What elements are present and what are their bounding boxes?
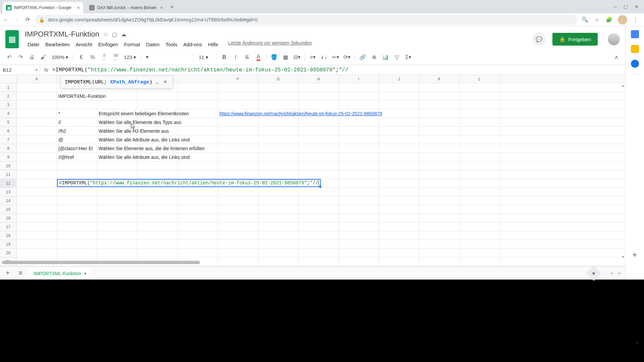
cell-D18[interactable]	[138, 231, 178, 240]
cell-F7[interactable]	[218, 135, 258, 144]
filter-button[interactable]: ▽	[392, 52, 402, 62]
cell-G1[interactable]	[258, 83, 299, 92]
add-sheet-button[interactable]: +	[3, 268, 13, 278]
redo-icon[interactable]: ↷	[15, 52, 25, 62]
row-header-4[interactable]: 4	[0, 109, 17, 118]
cell-H21[interactable]	[299, 257, 339, 266]
fill-color-button[interactable]: 🪣	[269, 52, 279, 62]
cell-G14[interactable]	[258, 196, 299, 205]
cell-J9[interactable]	[379, 153, 419, 161]
cell-A13[interactable]	[17, 188, 57, 196]
cell-K3[interactable]	[419, 101, 460, 109]
cell-H13[interactable]	[299, 188, 339, 196]
cell-K2[interactable]	[419, 92, 460, 100]
menu-format[interactable]: Format	[121, 40, 143, 49]
cell-L20[interactable]	[460, 249, 500, 257]
close-window-icon[interactable]: ✕	[635, 4, 639, 9]
sheet-tab-active[interactable]: IMPORTXML-Funktion ▾	[28, 267, 92, 279]
row-header-15[interactable]: 15	[0, 205, 17, 214]
cell-editor[interactable]: =IMPORTXML("https://www.finanzen.net/nac…	[57, 179, 321, 187]
cell-A20[interactable]	[17, 249, 57, 257]
browser-tab-active[interactable]: ▦ IMPORTXML-Funktion - Google ×	[3, 2, 83, 13]
cell-F15[interactable]	[218, 205, 258, 214]
row-header-1[interactable]: 1	[0, 83, 17, 92]
tasks-icon[interactable]	[631, 60, 639, 68]
cell-B3[interactable]	[57, 101, 97, 109]
cell-J10[interactable]	[379, 162, 419, 170]
cell-H15[interactable]	[299, 205, 339, 214]
comments-button[interactable]: 💬	[532, 33, 546, 46]
row-header-5[interactable]: 5	[0, 118, 17, 127]
cell-K12[interactable]	[419, 179, 460, 187]
add-addon-button[interactable]: +	[632, 250, 637, 259]
cell-I19[interactable]	[339, 240, 379, 248]
row-header-11[interactable]: 11	[0, 170, 17, 179]
calendar-icon[interactable]	[631, 30, 639, 38]
cell-H19[interactable]	[299, 240, 339, 248]
cell-K17[interactable]	[419, 223, 460, 231]
cell-D17[interactable]	[138, 223, 178, 231]
cell-A15[interactable]	[17, 205, 57, 214]
move-icon[interactable]: ▢	[112, 31, 117, 38]
cell-H18[interactable]	[299, 231, 339, 240]
cell-B17[interactable]	[57, 223, 97, 231]
cell-A9[interactable]	[17, 153, 57, 161]
extension-icon[interactable]: 🧩	[606, 16, 612, 23]
menu-tools[interactable]: Tools	[163, 40, 180, 49]
percent-button[interactable]: %	[88, 52, 98, 62]
cell-L5[interactable]	[460, 118, 500, 126]
cell-B16[interactable]	[57, 214, 97, 222]
minimize-icon[interactable]: ─	[613, 4, 617, 9]
cell-J17[interactable]	[379, 223, 419, 231]
cell-B7[interactable]: @	[57, 135, 97, 144]
cell-I10[interactable]	[339, 162, 379, 170]
cell-F10[interactable]	[218, 162, 258, 170]
cell-A1[interactable]	[17, 83, 57, 92]
cell-D15[interactable]	[138, 205, 178, 214]
cell-B15[interactable]	[57, 205, 97, 214]
all-sheets-button[interactable]: ≡	[15, 268, 25, 278]
cell-A3[interactable]	[17, 101, 57, 109]
cell-D13[interactable]	[138, 188, 178, 196]
cell-B6[interactable]: //h2	[57, 127, 97, 135]
cell-E11[interactable]	[178, 170, 218, 179]
cell-A16[interactable]	[17, 214, 57, 222]
cell-G18[interactable]	[258, 231, 299, 240]
row-header-7[interactable]: 7	[0, 135, 17, 144]
sheet-next-icon[interactable]: ►	[617, 270, 623, 276]
text-color-button[interactable]: A	[253, 52, 263, 62]
cell-B18[interactable]	[57, 231, 97, 240]
bold-button[interactable]: B	[219, 52, 229, 62]
cell-E3[interactable]	[178, 101, 218, 109]
cell-E18[interactable]	[178, 231, 218, 240]
cell-L16[interactable]	[460, 214, 500, 222]
text-rotation-button[interactable]: ⟳▾	[342, 52, 352, 62]
cell-B10[interactable]	[57, 162, 97, 170]
sheets-logo-icon[interactable]: ▦	[5, 30, 19, 48]
cell-I13[interactable]	[339, 188, 379, 196]
cell-K15[interactable]	[419, 205, 460, 214]
cell-K7[interactable]	[419, 135, 460, 144]
cell-C11[interactable]	[97, 170, 138, 179]
cell-J7[interactable]	[379, 135, 419, 144]
cell-J14[interactable]	[379, 196, 419, 205]
cell-E13[interactable]	[178, 188, 218, 196]
cell-B4[interactable]: *	[57, 109, 97, 118]
cell-L3[interactable]	[460, 101, 500, 109]
last-edit-text[interactable]: Letzte Änderung vor wenigen Sekunden	[228, 40, 312, 49]
cell-L14[interactable]	[460, 196, 500, 205]
cell-F18[interactable]	[218, 231, 258, 240]
cell-L7[interactable]	[460, 135, 500, 144]
cell-G19[interactable]	[258, 240, 299, 248]
cell-I11[interactable]	[339, 170, 379, 179]
column-header-l[interactable]: L	[460, 75, 500, 83]
cell-E1[interactable]	[178, 83, 218, 92]
row-header-18[interactable]: 18	[0, 231, 17, 240]
cell-L8[interactable]	[460, 144, 500, 153]
cell-E14[interactable]	[178, 196, 218, 205]
collapse-toolbar-icon[interactable]: ʌ	[611, 52, 621, 62]
cell-I5[interactable]	[339, 118, 379, 126]
cell-K1[interactable]	[419, 83, 460, 92]
maximize-icon[interactable]: ▢	[624, 4, 628, 9]
cell-K9[interactable]	[419, 153, 460, 161]
